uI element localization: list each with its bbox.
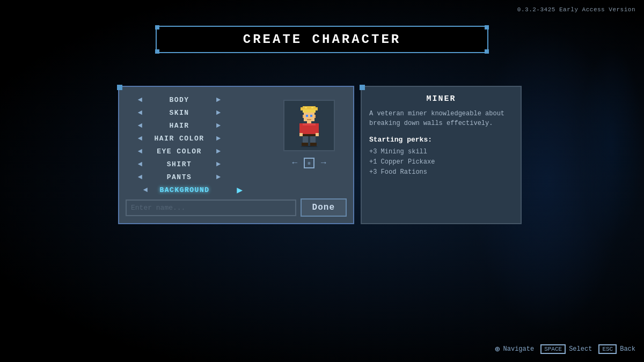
- skin-left-arrow[interactable]: ◄: [136, 108, 144, 117]
- svg-point-25: [301, 146, 318, 147]
- nav-arrows: ← ⊞ →: [292, 158, 326, 168]
- option-body[interactable]: ◄ BODY ►: [126, 95, 233, 104]
- eye-color-right-arrow[interactable]: ►: [215, 147, 222, 156]
- hair-color-right-arrow[interactable]: ►: [215, 134, 222, 143]
- svg-rect-22: [303, 134, 316, 136]
- body-label: BODY: [147, 96, 211, 104]
- svg-rect-19: [316, 133, 319, 136]
- back-label: Back: [620, 345, 635, 353]
- title-container: CREATE CHARACTER: [156, 26, 488, 53]
- perk-1: +3 Mining skill: [369, 148, 513, 156]
- shirt-left-arrow[interactable]: ◄: [136, 160, 144, 168]
- svg-rect-6: [302, 108, 317, 109]
- svg-rect-10: [307, 119, 311, 120]
- navigate-hint: ⊕ Navigate: [495, 344, 534, 354]
- done-button[interactable]: Done: [301, 198, 347, 217]
- svg-rect-15: [303, 123, 316, 125]
- skin-right-arrow[interactable]: ►: [215, 108, 222, 117]
- option-shirt[interactable]: ◄ SHIRT ►: [126, 160, 233, 168]
- option-hair-color[interactable]: ◄ HAIR COLOR ►: [126, 134, 233, 143]
- corner-decoration: [155, 49, 159, 54]
- background-description: A veteran miner knowledgeable about brea…: [369, 109, 513, 128]
- svg-rect-18: [299, 133, 303, 136]
- hair-right-arrow[interactable]: ►: [215, 121, 222, 130]
- dpad-icon: ⊕: [495, 344, 500, 354]
- option-hair[interactable]: ◄ HAIR ►: [126, 121, 233, 130]
- version-text: 0.3.2-3425 Early Access Version: [517, 6, 635, 13]
- navigate-label: Navigate: [503, 345, 535, 353]
- character-sprite: [292, 104, 326, 147]
- hair-color-left-arrow[interactable]: ◄: [136, 134, 144, 143]
- corner-decoration: [485, 25, 489, 29]
- sprite-prev-arrow[interactable]: ←: [292, 158, 297, 168]
- bottom-bar: ⊕ Navigate SPACE Select ESC Back: [495, 344, 635, 354]
- option-pants[interactable]: ◄ PANTS ►: [126, 173, 233, 181]
- select-label: Select: [569, 345, 592, 353]
- svg-rect-8: [306, 115, 308, 117]
- perk-3: +3 Food Rations: [369, 168, 513, 176]
- hair-label: HAIR: [147, 122, 211, 130]
- svg-rect-11: [303, 115, 304, 118]
- pants-label: PANTS: [147, 173, 211, 181]
- pants-right-arrow[interactable]: ►: [215, 173, 222, 181]
- select-hint: SPACE Select: [540, 344, 592, 354]
- svg-rect-17: [316, 123, 319, 133]
- option-background[interactable]: ◄ BACKGROUND ▶: [126, 186, 233, 194]
- title-box: CREATE CHARACTER: [156, 26, 488, 53]
- svg-rect-9: [310, 115, 312, 117]
- shirt-label: SHIRT: [147, 160, 211, 168]
- right-panel: MINER A veteran miner knowledgeable abou…: [361, 86, 522, 224]
- background-left-arrow[interactable]: ◄: [142, 186, 149, 194]
- content-area: ◄ BODY ► ◄ SKIN ► ◄ HAIR ► ◄ HAIR COLOR …: [118, 86, 526, 224]
- option-eye-color[interactable]: ◄ EYE COLOR ►: [126, 147, 233, 156]
- svg-rect-13: [307, 121, 311, 123]
- sprite-next-arrow[interactable]: →: [321, 158, 326, 168]
- hair-color-label: HAIR COLOR: [147, 135, 211, 143]
- left-panel: ◄ BODY ► ◄ SKIN ► ◄ HAIR ► ◄ HAIR COLOR …: [118, 86, 354, 224]
- svg-rect-23: [302, 143, 308, 146]
- svg-rect-0: [303, 106, 316, 108]
- svg-rect-16: [299, 123, 303, 133]
- eye-color-label: EYE COLOR: [147, 147, 211, 156]
- hair-left-arrow[interactable]: ◄: [136, 121, 144, 130]
- bottom-controls: Done: [126, 198, 347, 217]
- character-preview: ← ⊞ →: [272, 100, 347, 168]
- background-selected-arrow: ▶: [237, 184, 243, 196]
- pants-left-arrow[interactable]: ◄: [136, 173, 144, 181]
- svg-rect-24: [310, 143, 317, 146]
- sprite-box: [283, 100, 335, 151]
- background-label: BACKGROUND: [152, 186, 217, 194]
- svg-rect-12: [314, 115, 316, 118]
- name-input[interactable]: [126, 200, 296, 216]
- body-right-arrow[interactable]: ►: [215, 95, 222, 104]
- perk-2: +1 Copper Pickaxe: [369, 158, 513, 166]
- eye-color-left-arrow[interactable]: ◄: [136, 147, 144, 156]
- body-left-arrow[interactable]: ◄: [136, 95, 144, 104]
- option-skin[interactable]: ◄ SKIN ►: [126, 108, 233, 117]
- esc-key-icon: ESC: [598, 344, 617, 354]
- perks-title: Starting perks:: [369, 136, 513, 144]
- back-hint: ESC Back: [598, 344, 635, 354]
- options-list: ◄ BODY ► ◄ SKIN ► ◄ HAIR ► ◄ HAIR COLOR …: [126, 95, 233, 198]
- skin-label: SKIN: [147, 109, 211, 117]
- shirt-right-arrow[interactable]: ►: [215, 160, 222, 168]
- background-class-title: MINER: [369, 94, 513, 104]
- page-title: CREATE CHARACTER: [243, 32, 401, 47]
- space-key-icon: SPACE: [540, 344, 566, 354]
- sprite-center-icon[interactable]: ⊞: [304, 158, 314, 168]
- sprite-grid-icon: ⊞: [308, 161, 311, 166]
